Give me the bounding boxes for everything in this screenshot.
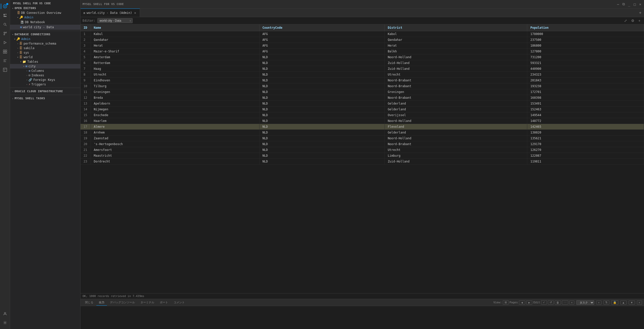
cell-district[interactable]: Gelderland (385, 130, 527, 136)
cell-population[interactable]: 440900 (527, 66, 644, 72)
bottom-tab-comments[interactable]: コメント (171, 300, 187, 306)
cell-code[interactable]: NLD (259, 136, 385, 141)
cell-name[interactable]: Breda (91, 95, 259, 101)
cell-code[interactable]: NLD (259, 130, 385, 136)
cell-name[interactable]: Tilburg (91, 83, 259, 89)
cell-district[interactable]: Zuid-Holland (385, 60, 527, 66)
cell-id[interactable]: 4 (81, 49, 91, 54)
table-row[interactable]: 8UtrechtNLDUtrecht234323 (81, 72, 644, 78)
cell-code[interactable]: NLD (259, 101, 385, 107)
mysql-icon[interactable] (1, 2, 9, 11)
git-icon[interactable] (1, 29, 9, 38)
cell-name[interactable]: Kabul (91, 31, 259, 37)
cell-district[interactable]: Noord-Brabant (385, 141, 527, 147)
table-row[interactable]: 10TilburgNLDNoord-Brabant193238 (81, 83, 644, 89)
cell-district[interactable]: Noord-Brabant (385, 78, 527, 83)
cell-district[interactable]: Noord-Holland (385, 136, 527, 141)
cell-code[interactable]: AFG (259, 49, 385, 54)
cell-code[interactable]: AFG (259, 37, 385, 43)
cell-name[interactable]: Utrecht (91, 72, 259, 78)
cell-population[interactable]: 593321 (527, 60, 644, 66)
cell-id[interactable]: 5 (81, 54, 91, 60)
table-row[interactable]: 19ZaanstadNLDNoord-Holland135621 (81, 136, 644, 141)
cell-population[interactable]: 160398 (527, 95, 644, 101)
cell-id[interactable]: 3 (81, 43, 91, 49)
cell-name[interactable]: Arnhem (91, 130, 259, 136)
cell-district[interactable]: Groningen (385, 89, 527, 95)
cell-code[interactable]: NLD (259, 89, 385, 95)
cell-code[interactable]: NLD (259, 83, 385, 89)
cell-name[interactable]: Amersfoort (91, 147, 259, 153)
sidebar-item-perf-schema[interactable]: › 🗄 performance_schema (10, 41, 80, 46)
cell-name[interactable]: Dordrecht (91, 159, 259, 164)
cell-id[interactable]: 15 (81, 112, 91, 118)
cell-id[interactable]: 17 (81, 124, 91, 130)
cell-code[interactable]: NLD (259, 159, 385, 164)
cell-district[interactable]: Utrecht (385, 147, 527, 153)
cell-name[interactable]: Groningen (91, 89, 259, 95)
cell-population[interactable]: 119811 (527, 159, 644, 164)
cell-name[interactable]: Zaanstad (91, 136, 259, 141)
add-row-btn[interactable]: + (637, 18, 642, 23)
task-add-btn[interactable]: + (596, 301, 601, 305)
sidebar-item-db-overview[interactable]: 🗄 DB Connection Overview (10, 11, 80, 15)
cell-name[interactable]: Maastricht (91, 153, 259, 159)
cell-district[interactable]: Gelderland (385, 101, 527, 107)
sidebar-item-indexes[interactable]: › ⊟ Indexes (10, 73, 80, 78)
maximize-btn[interactable]: □ (633, 3, 636, 6)
cell-district[interactable]: Gelderland (385, 107, 527, 112)
cell-district[interactable]: Noord-Holland (385, 54, 527, 60)
cell-district[interactable]: Zuid-Holland (385, 159, 527, 164)
explorer-icon[interactable] (1, 11, 9, 20)
cell-district[interactable]: Overijssel (385, 112, 527, 118)
table-row[interactable]: 11GroningenNLDGroningen172701 (81, 89, 644, 95)
cell-name[interactable]: Haag (91, 66, 259, 72)
sidebar-item-world[interactable]: ▾ 🗄 world (10, 55, 80, 59)
sidebar-item-triggers[interactable]: › ⚡ Triggers (10, 82, 80, 87)
sidebar-item-db-notebook[interactable]: 📓 DB Notebook × (10, 20, 80, 25)
search-icon[interactable] (1, 20, 9, 29)
table-row[interactable]: 1KabulAFGKabol1780000 (81, 31, 644, 37)
cell-name[interactable]: Mazar-e-Sharif (91, 49, 259, 54)
sidebar-item-admin-conn[interactable]: ▾ 🔑 Admin (10, 37, 80, 41)
task-sort-btn[interactable]: ⇅ (603, 300, 609, 305)
sidebar-item-city[interactable]: ▾ ⊞ city (10, 64, 80, 69)
account-icon[interactable] (1, 309, 9, 318)
debug-icon[interactable] (1, 38, 9, 47)
cell-id[interactable]: 9 (81, 78, 91, 83)
cell-district[interactable]: Balkh (385, 49, 527, 54)
minimize-btn[interactable]: _ (627, 3, 631, 6)
task-lock-btn[interactable]: 🔒 (611, 300, 618, 305)
cell-name[interactable]: Herat (91, 43, 259, 49)
bottom-tab-ports[interactable]: ポート (157, 300, 171, 306)
cell-id[interactable]: 13 (81, 101, 91, 107)
cell-population[interactable]: 152463 (527, 107, 644, 112)
cell-district[interactable]: Noord-Brabant (385, 83, 527, 89)
table-row[interactable]: 15EnschedeNLDOverijssel149544 (81, 112, 644, 118)
bottom-tab-output[interactable]: 出力 (96, 300, 107, 306)
cell-id[interactable]: 6 (81, 60, 91, 66)
next-page-btn[interactable]: ► (526, 301, 533, 305)
cell-id[interactable]: 10 (81, 83, 91, 89)
cell-code[interactable]: NLD (259, 124, 385, 130)
edit-apply-btn[interactable]: ✓ (541, 300, 547, 305)
new-tab-btn[interactable]: + (636, 10, 644, 15)
cell-district[interactable]: Herat (385, 43, 527, 49)
task-up-btn[interactable]: ▲ (620, 301, 627, 305)
oci-section[interactable]: › ORACLE CLOUD INFRASTRUCTURE (10, 89, 80, 94)
shell-tasks-icon[interactable] (1, 56, 9, 65)
edit-delete-btn[interactable]: 🗑 (555, 301, 561, 305)
cell-population[interactable]: 122087 (527, 153, 644, 159)
cell-name[interactable]: Rotterdam (91, 60, 259, 66)
cell-district[interactable]: Kabol (385, 31, 527, 37)
edit-revert-btn[interactable]: ↺ (548, 300, 554, 305)
cell-code[interactable]: NLD (259, 141, 385, 147)
cell-district[interactable]: Zuid-Holland (385, 66, 527, 72)
tab-close-btn[interactable]: × (134, 11, 137, 15)
cell-name[interactable]: Apeldoorn (91, 101, 259, 107)
table-row[interactable]: 2QandaharAFGQandahar237500 (81, 37, 644, 43)
cell-code[interactable]: AFG (259, 31, 385, 37)
cell-population[interactable]: 237500 (527, 37, 644, 43)
cell-code[interactable]: NLD (259, 153, 385, 159)
cell-population[interactable]: 148772 (527, 118, 644, 124)
